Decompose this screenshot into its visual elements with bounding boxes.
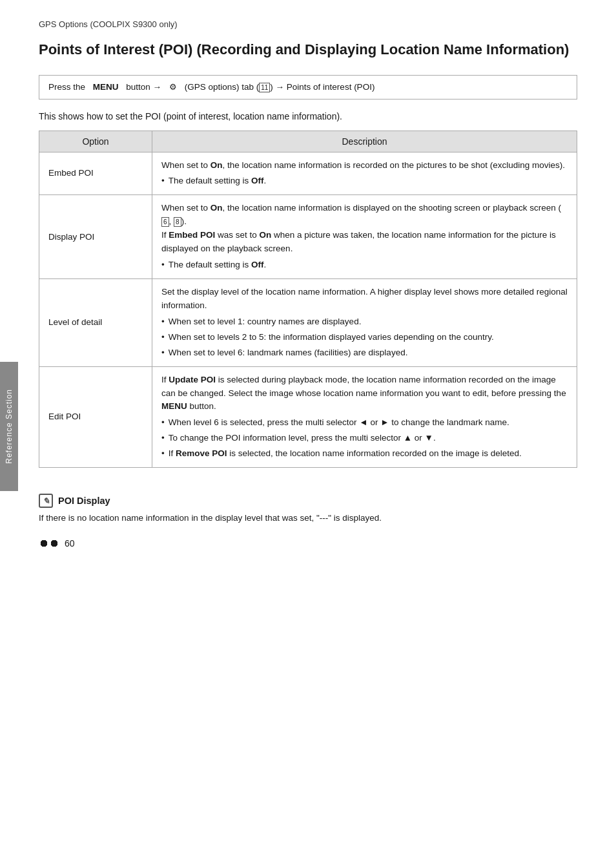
pencil-icon: ✎ — [43, 496, 50, 506]
table-row: Display POI When set to On, the location… — [39, 195, 577, 279]
bullet-item: • To change the POI information level, p… — [161, 432, 568, 445]
bullet-item: • When set to level 1: country names are… — [161, 315, 568, 329]
note-body: If there is no location name information… — [39, 512, 577, 525]
bullet-text: When level 6 is selected, press the mult… — [169, 416, 509, 430]
bullet-item: • When level 6 is selected, press the mu… — [161, 416, 568, 430]
page-number-icon: ⏺⏺ — [39, 538, 59, 549]
bullet-list: • When level 6 is selected, press the mu… — [161, 416, 568, 461]
option-edit-poi: Edit POI — [39, 366, 152, 468]
bullet-dot: • — [161, 346, 165, 360]
bullet-item: • The default setting is Off. — [161, 174, 568, 188]
page-title: Points of Interest (POI) (Recording and … — [39, 41, 577, 59]
bullet-text: To change the POI information level, pre… — [169, 432, 436, 445]
ref-box-8: 8 — [174, 217, 181, 227]
bullet-dot: • — [161, 416, 165, 430]
option-level-of-detail: Level of detail — [39, 278, 152, 366]
bullet-item: • The default setting is Off. — [161, 258, 568, 272]
bullet-text: The default setting is Off. — [169, 174, 267, 188]
bullet-list: • The default setting is Off. — [161, 174, 568, 188]
bullet-item: • When set to level 6: landmark names (f… — [161, 346, 568, 360]
menu-instruction-middle: button → — [126, 82, 161, 92]
intro-text: This shows how to set the POI (point of … — [39, 111, 577, 121]
desc-display-poi: When set to On, the location name inform… — [152, 195, 577, 279]
note-title: POI Display — [58, 496, 110, 506]
bullet-dot: • — [161, 258, 165, 272]
option-display-poi: Display POI — [39, 195, 152, 279]
page-number: 60 — [65, 538, 75, 549]
bullet-dot: • — [161, 315, 165, 329]
ref-box-6: 6 — [161, 217, 169, 227]
bullet-text: The default setting is Off. — [169, 258, 267, 272]
bullet-text: When set to level 6: landmark names (fac… — [169, 346, 408, 360]
note-icon: ✎ — [39, 494, 53, 508]
bullet-text: If Remove POI is selected, the location … — [169, 447, 522, 461]
poi-table: Option Description Embed POI When set to… — [39, 131, 577, 468]
menu-instruction-box: Press the MENU button → ⚙ (GPS options) … — [39, 75, 577, 100]
bullet-item: • If Remove POI is selected, the locatio… — [161, 447, 568, 461]
note-header: ✎ POI Display — [39, 494, 577, 508]
bullet-list: • The default setting is Off. — [161, 258, 568, 272]
desc-edit-poi: If Update POI is selected during playbac… — [152, 366, 577, 468]
menu-key-label: MENU — [93, 82, 119, 92]
breadcrumb: GPS Options (COOLPIX S9300 only) — [39, 19, 577, 29]
side-tab-label: Reference Section — [5, 389, 14, 464]
desc-level-of-detail: Set the display level of the location na… — [152, 278, 577, 366]
bullet-dot: • — [161, 432, 165, 445]
page-container: Reference Section GPS Options (COOLPIX S… — [0, 0, 616, 575]
page-footer: ⏺⏺ 60 — [39, 538, 577, 549]
bullet-text: When set to level 1: country names are d… — [169, 315, 362, 329]
bullet-dot: • — [161, 447, 165, 461]
bullet-list: • When set to level 1: country names are… — [161, 315, 568, 360]
table-row: Edit POI If Update POI is selected durin… — [39, 366, 577, 468]
col-header-description: Description — [152, 131, 577, 152]
table-row: Embed POI When set to On, the location n… — [39, 152, 577, 195]
note-section: ✎ POI Display If there is no location na… — [39, 487, 577, 525]
menu-instruction-gps: (GPS options) tab (11) → Points of inter… — [185, 82, 375, 92]
desc-embed-poi: When set to On, the location name inform… — [152, 152, 577, 195]
gps-icon: ⚙ — [169, 82, 177, 92]
bullet-text: When set to levels 2 to 5: the informati… — [169, 331, 494, 344]
bullet-dot: • — [161, 331, 165, 344]
col-header-option: Option — [39, 131, 152, 152]
menu-instruction-prefix: Press the — [48, 82, 85, 92]
option-embed-poi: Embed POI — [39, 152, 152, 195]
bullet-dot: • — [161, 174, 165, 188]
ref-box-page: 11 — [259, 83, 270, 92]
side-tab: Reference Section — [0, 362, 18, 491]
bullet-item: • When set to levels 2 to 5: the informa… — [161, 331, 568, 344]
table-row: Level of detail Set the display level of… — [39, 278, 577, 366]
